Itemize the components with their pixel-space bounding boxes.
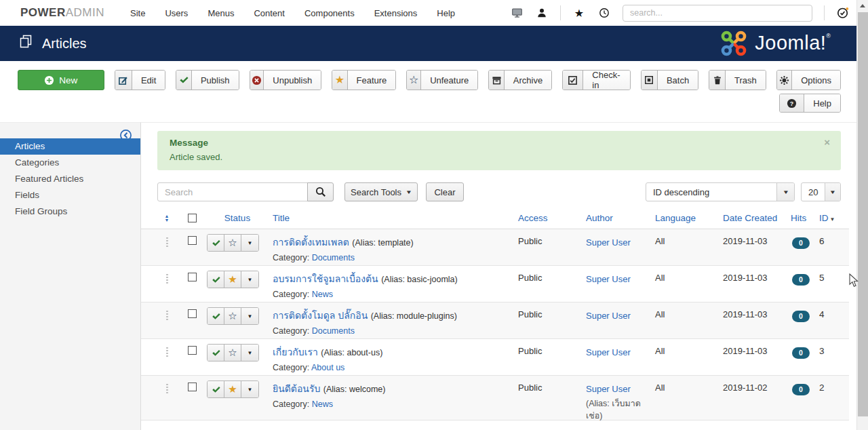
preview-site-icon[interactable] xyxy=(510,6,524,20)
help-button[interactable]: ? Help xyxy=(779,94,841,113)
drag-handle-icon[interactable] xyxy=(166,384,168,394)
category-link[interactable]: News xyxy=(312,290,333,299)
status-dropdown-button[interactable]: ▼ xyxy=(241,308,258,324)
trash-button[interactable]: Trash xyxy=(709,70,766,90)
article-alias: (Alias: about-us) xyxy=(321,348,382,357)
status-dropdown-button[interactable]: ▼ xyxy=(241,271,258,288)
publish-button[interactable]: Publish xyxy=(176,70,239,90)
history-clock-icon[interactable] xyxy=(597,6,611,20)
row-checkbox[interactable] xyxy=(188,309,197,318)
chevron-down-icon: ▼ xyxy=(406,189,412,195)
message-close-icon[interactable]: × xyxy=(824,136,830,148)
checkin-button[interactable]: Check-in xyxy=(562,70,631,90)
select-all-checkbox[interactable] xyxy=(188,214,197,222)
menu-menus[interactable]: Menus xyxy=(208,8,234,18)
vertical-scrollbar[interactable] xyxy=(856,0,868,430)
options-button[interactable]: Options xyxy=(776,70,841,90)
feature-toggle-button[interactable]: ☆ xyxy=(224,235,241,251)
status-dropdown-button[interactable]: ▼ xyxy=(241,235,258,251)
published-check-button[interactable] xyxy=(208,345,224,361)
unpublish-button[interactable]: Unpublish xyxy=(250,70,322,90)
task-check-icon[interactable] xyxy=(836,6,850,20)
published-check-button[interactable] xyxy=(208,271,224,288)
top-menu: Site Users Menus Content Components Exte… xyxy=(130,8,455,18)
published-check-button[interactable] xyxy=(208,235,224,251)
published-check-button[interactable] xyxy=(208,308,224,324)
search-submit-button[interactable] xyxy=(307,182,334,201)
author-link[interactable]: Super User xyxy=(586,237,631,248)
sidebar-item-featured-articles[interactable]: Featured Articles xyxy=(0,171,140,187)
logo-light-text: ADMIN xyxy=(66,6,104,19)
drag-handle-icon[interactable] xyxy=(166,311,168,321)
sidebar-item-articles[interactable]: Articles xyxy=(0,138,140,155)
search-tools-label: Search Tools xyxy=(351,187,401,197)
header-status[interactable]: Status xyxy=(202,213,273,223)
unpublish-button-label: Unpublish xyxy=(264,71,321,90)
category-link[interactable]: Documents xyxy=(312,253,355,262)
author-link[interactable]: Super User xyxy=(586,274,631,284)
menu-components[interactable]: Components xyxy=(304,8,355,18)
author-link[interactable]: Super User xyxy=(586,347,631,357)
feature-button[interactable]: ★ Feature xyxy=(332,70,396,90)
user-account-icon[interactable] xyxy=(535,6,549,20)
author-link[interactable]: Super User xyxy=(586,311,631,321)
menu-content[interactable]: Content xyxy=(254,8,285,18)
category-link[interactable]: About us xyxy=(311,363,344,372)
svg-text:?: ? xyxy=(790,100,793,106)
scrollbar-thumb[interactable] xyxy=(858,12,868,416)
edit-button[interactable]: Edit xyxy=(115,70,166,90)
list-limit-select[interactable]: 20 ▼ xyxy=(801,182,841,201)
header-date-created[interactable]: Date Created xyxy=(723,213,791,223)
unfeature-button[interactable]: ☆ Unfeature xyxy=(406,70,478,90)
scroll-up-arrow-icon[interactable] xyxy=(860,4,865,7)
favorites-star-icon[interactable]: ★ xyxy=(572,6,586,20)
header-language[interactable]: Language xyxy=(655,213,723,223)
drag-handle-icon[interactable] xyxy=(166,237,168,248)
batch-button[interactable]: Batch xyxy=(641,70,698,90)
header-hits[interactable]: Hits xyxy=(791,213,819,223)
status-dropdown-button[interactable]: ▼ xyxy=(241,381,258,397)
article-title-link[interactable]: อบรมการใช้จูมลาเบื้องต้น xyxy=(273,273,378,284)
menu-site[interactable]: Site xyxy=(130,8,145,18)
menu-extensions[interactable]: Extensions xyxy=(374,8,418,18)
header-id[interactable]: ID▼ xyxy=(819,213,846,223)
sidebar-item-categories[interactable]: Categories xyxy=(0,155,140,171)
published-check-button[interactable] xyxy=(208,381,224,397)
edit-button-label: Edit xyxy=(132,71,165,90)
menu-users[interactable]: Users xyxy=(165,8,188,18)
feature-toggle-button[interactable]: ★ xyxy=(224,381,241,397)
row-checkbox[interactable] xyxy=(188,273,197,281)
ordering-sort-icon[interactable]: ▲▼ xyxy=(165,214,170,222)
feature-toggle-button[interactable]: ☆ xyxy=(224,345,241,361)
row-checkbox[interactable] xyxy=(188,383,197,391)
sort-desc-caret-icon: ▼ xyxy=(830,216,835,222)
table-search-input[interactable] xyxy=(157,182,308,201)
category-link[interactable]: Documents xyxy=(312,326,355,336)
drag-handle-icon[interactable] xyxy=(166,347,168,357)
help-button-label: Help xyxy=(804,94,840,112)
row-checkbox[interactable] xyxy=(188,346,197,355)
article-title-link[interactable]: การติดตั้งโมดูล ปลั๊กอิน xyxy=(273,310,368,321)
feature-toggle-button[interactable]: ★ xyxy=(224,271,241,288)
row-checkbox[interactable] xyxy=(188,236,197,245)
feature-toggle-button[interactable]: ☆ xyxy=(224,308,241,324)
article-title-link[interactable]: เกี่ยวกับเรา xyxy=(273,347,318,357)
clear-button[interactable]: Clear xyxy=(426,182,464,201)
header-author[interactable]: Author xyxy=(586,213,655,223)
header-access[interactable]: Access xyxy=(518,213,586,223)
menu-help[interactable]: Help xyxy=(437,8,455,18)
new-button[interactable]: New xyxy=(18,70,104,90)
archive-button[interactable]: Archive xyxy=(488,70,552,90)
article-title-link[interactable]: ยินดีต้อนรับ xyxy=(273,383,320,394)
author-link[interactable]: Super User xyxy=(586,384,631,394)
article-title-link[interactable]: การติดตั้งเทมเพลต xyxy=(273,237,349,248)
status-dropdown-button[interactable]: ▼ xyxy=(241,345,258,361)
header-title[interactable]: Title xyxy=(273,213,518,223)
sort-order-select[interactable]: ID descending ▼ xyxy=(646,182,795,201)
drag-handle-icon[interactable] xyxy=(166,274,168,284)
search-tools-button[interactable]: Search Tools ▼ xyxy=(344,182,418,201)
sidebar-item-fields[interactable]: Fields xyxy=(0,187,140,203)
admin-search-input[interactable] xyxy=(623,5,812,22)
category-link[interactable]: News xyxy=(312,399,333,409)
sidebar-item-field-groups[interactable]: Field Groups xyxy=(0,203,140,220)
